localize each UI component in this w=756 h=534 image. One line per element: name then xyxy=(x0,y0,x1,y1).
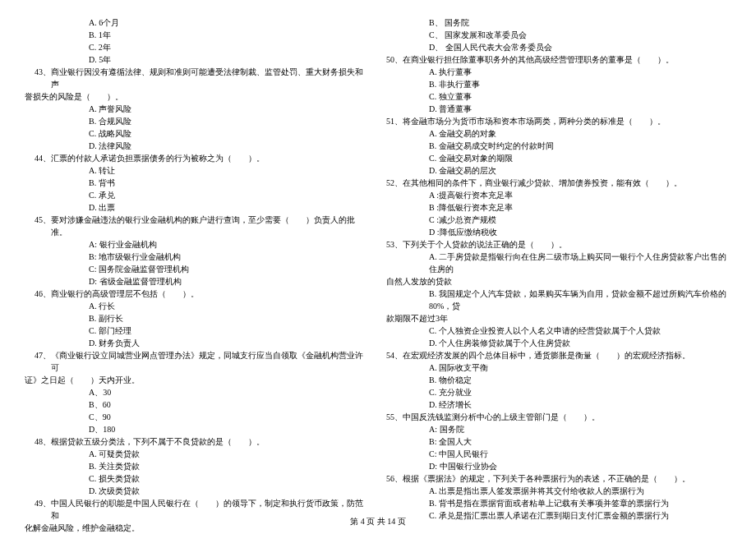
q54-option-d: D. 经济增长 xyxy=(386,398,731,411)
q47-option-c: C、90 xyxy=(25,411,370,423)
q45-option-c: C: 国务院金融监督管理机构 xyxy=(25,263,370,275)
q56-option-b: B. 背书是指在票据背面或者粘单上记载有关事项并签章的票据行为 xyxy=(386,497,731,509)
q45-option-d: D: 省级金融监督管理机构 xyxy=(25,275,370,288)
q45-option-b: B: 地市级银行业金融机构 xyxy=(25,251,370,263)
q53-option-c: C. 个人独资企业投资人以个人名义申请的经营贷款属于个人贷款 xyxy=(386,325,731,337)
q53-option-a-line2: 自然人发放的贷款 xyxy=(386,275,731,288)
q50-option-c: C. 独立董事 xyxy=(386,90,731,103)
right-column: B、 国务院 C、 国家发展和改革委员会 D、 全国人民代表大会常务委员会 50… xyxy=(386,16,731,534)
q56-option-a: A. 出票是指出票人签发票据并将其交付给收款人的票据行为 xyxy=(386,485,731,497)
q43-option-b: B. 合规风险 xyxy=(25,115,370,127)
q52-option-c: C :减少总资产规模 xyxy=(386,214,731,226)
q49-option-d: D、 全国人民代表大会常务委员会 xyxy=(386,41,731,53)
q43-stem-line1: 43、商业银行因没有遵循法律、规则和准则可能遭受法律制裁、监管处罚、重大财务损失… xyxy=(25,66,370,90)
q48-option-b: B. 关注类贷款 xyxy=(25,460,370,472)
q48-option-c: C. 损失类贷款 xyxy=(25,472,370,485)
q52-option-d: D :降低应缴纳税收 xyxy=(386,226,731,238)
q44-option-b: B. 背书 xyxy=(25,177,370,189)
q46-option-d: D. 财务负责人 xyxy=(25,337,370,349)
q48-option-a: A. 可疑类贷款 xyxy=(25,448,370,460)
q47-stem-line1: 47、《商业银行设立同城营业网点管理办法》规定，同城支行应当自领取《金融机构营业… xyxy=(25,349,370,374)
q52-option-b: B :降低银行资本充足率 xyxy=(386,201,731,214)
q43-option-a: A. 声誉风险 xyxy=(25,103,370,115)
q44-option-a: A. 转让 xyxy=(25,164,370,177)
left-column: A. 6个月 B. 1年 C. 2年 D. 5年 43、商业银行因没有遵循法律、… xyxy=(25,16,370,534)
q50-stem: 50、在商业银行担任除董事职务外的其他高级经营管理职务的董事是（ ）。 xyxy=(386,53,731,66)
q43-option-c: C. 战略风险 xyxy=(25,127,370,140)
q52-option-a: A :提高银行资本充足率 xyxy=(386,189,731,201)
q44-stem: 44、汇票的付款人承诺负担票据债务的行为被称之为（ ）。 xyxy=(25,152,370,164)
q42-option-b: B. 1年 xyxy=(25,29,370,41)
q49-option-c: C、 国家发展和改革委员会 xyxy=(386,29,731,41)
q50-option-a: A. 执行董事 xyxy=(386,66,731,78)
q48-option-d: D. 次级类贷款 xyxy=(25,485,370,497)
q42-option-d: D. 5年 xyxy=(25,53,370,66)
q51-stem: 51、将金融市场分为货币市场和资本市场两类，两种分类的标准是（ ）。 xyxy=(386,115,731,127)
q54-option-c: C. 充分就业 xyxy=(386,386,731,398)
q46-option-b: B. 副行长 xyxy=(25,312,370,325)
q53-stem: 53、下列关于个人贷款的说法正确的是（ ）。 xyxy=(386,238,731,251)
q51-option-c: C. 金融交易对象的期限 xyxy=(386,152,731,164)
q44-option-d: D. 出票 xyxy=(25,201,370,214)
q42-option-c: C. 2年 xyxy=(25,41,370,53)
q47-option-a: A、30 xyxy=(25,386,370,398)
q48-stem: 48、根据贷款五级分类法，下列不属于不良贷款的是（ ）。 xyxy=(25,435,370,448)
q47-option-d: D、180 xyxy=(25,423,370,435)
q49-option-b: B、 国务院 xyxy=(386,16,731,29)
q45-stem: 45、要对涉嫌金融违法的银行业金融机构的账户进行查询，至少需要（ ）负责人的批准… xyxy=(25,214,370,238)
q44-option-c: C. 承兑 xyxy=(25,189,370,201)
q46-option-c: C. 部门经理 xyxy=(25,325,370,337)
q42-option-a: A. 6个月 xyxy=(25,16,370,29)
q43-option-d: D. 法律风险 xyxy=(25,140,370,152)
q47-option-b: B、60 xyxy=(25,398,370,411)
q53-option-b-line2: 款期限不超过3年 xyxy=(386,312,731,325)
page-footer: 第 4 页 共 14 页 xyxy=(0,515,756,527)
q46-option-a: A. 行长 xyxy=(25,300,370,312)
q50-option-d: D. 普通董事 xyxy=(386,103,731,115)
q50-option-b: B. 非执行董事 xyxy=(386,78,731,90)
q52-stem: 52、在其他相同的条件下，商业银行减少贷款、增加债券投资，能有效（ ）。 xyxy=(386,177,731,189)
q51-option-a: A. 金融交易的对象 xyxy=(386,127,731,140)
q55-option-c: C: 中国人民银行 xyxy=(386,448,731,460)
q54-option-a: A. 国际收支平衡 xyxy=(386,361,731,374)
q53-option-b-line1: B. 我国规定个人汽车贷款，如果购买车辆为自用，贷款金额不超过所购汽车价格的80… xyxy=(386,288,731,312)
q55-option-a: A: 国务院 xyxy=(386,423,731,435)
q43-stem-line2: 誉损失的风险是（ ）。 xyxy=(25,90,370,103)
q55-stem: 55、中国反洗钱监测分析中心的上级主管部门是（ ）。 xyxy=(386,411,731,423)
q47-stem-line2: 证》之日起（ ）天内开业。 xyxy=(25,374,370,386)
q51-option-d: D. 金融交易的层次 xyxy=(386,164,731,177)
q54-stem: 54、在宏观经济发展的四个总体目标中，通货膨胀是衡量（ ）的宏观经济指标。 xyxy=(386,349,731,361)
q55-option-d: D: 中国银行业协会 xyxy=(386,460,731,472)
q56-stem: 56、根据《票据法》的规定，下列关于各种票据行为的表述，不正确的是（ ）。 xyxy=(386,472,731,485)
q55-option-b: B: 全国人大 xyxy=(386,435,731,448)
q46-stem: 46、商业银行的高级管理层不包括（ ）。 xyxy=(25,288,370,300)
q53-option-a-line1: A. 二手房贷款是指银行向在住房二级市场上购买同一银行个人住房贷款客户出售的住房… xyxy=(386,251,731,275)
q45-option-a: A: 银行业金融机构 xyxy=(25,238,370,251)
q53-option-d: D. 个人住房装修贷款属于个人住房贷款 xyxy=(386,337,731,349)
q54-option-b: B. 物价稳定 xyxy=(386,374,731,386)
q51-option-b: B. 金融交易成交时约定的付款时间 xyxy=(386,140,731,152)
